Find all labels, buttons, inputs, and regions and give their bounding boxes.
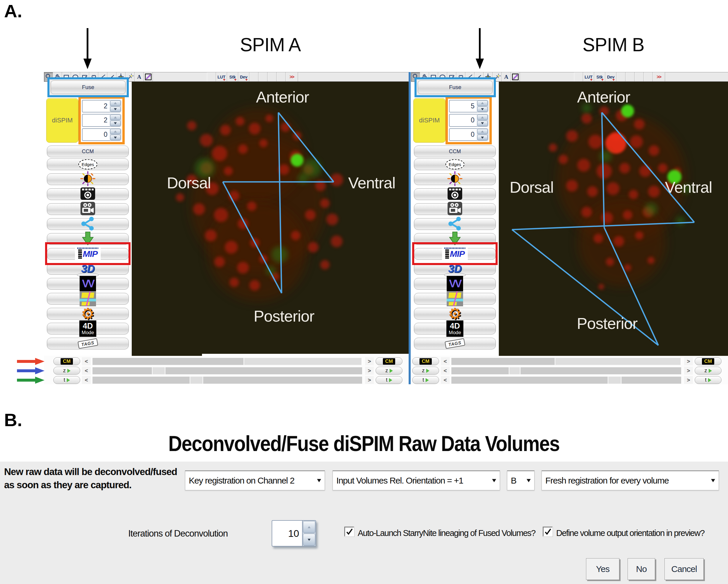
z-button[interactable]: z bbox=[375, 367, 402, 375]
cm-button[interactable]: CM bbox=[412, 357, 439, 365]
ccm-button[interactable]: CCM bbox=[47, 146, 129, 157]
spinner-up-icon[interactable] bbox=[110, 100, 121, 106]
scrollbar-track[interactable] bbox=[93, 367, 362, 374]
spinner-up-icon[interactable] bbox=[477, 100, 488, 106]
t-button[interactable]: t bbox=[412, 376, 439, 384]
sidebar-button-4d-mode[interactable] bbox=[47, 323, 129, 334]
toolbar-overflow-button[interactable]: >> bbox=[286, 72, 298, 81]
cm-button[interactable]: CM bbox=[53, 357, 80, 365]
toolbar-overflow-button[interactable]: >> bbox=[653, 72, 665, 81]
spinner-down-icon[interactable] bbox=[477, 121, 488, 126]
yes-button[interactable]: Yes bbox=[586, 558, 619, 580]
sidebar-button-share[interactable] bbox=[47, 218, 129, 230]
scroll-right-button[interactable]: > bbox=[365, 357, 374, 365]
scrollbar-thumb[interactable] bbox=[152, 367, 165, 374]
scrollbar-track[interactable] bbox=[93, 358, 362, 365]
t-button[interactable]: t bbox=[53, 376, 80, 384]
sidebar-button-gear[interactable] bbox=[414, 308, 496, 320]
spinner-down-icon[interactable] bbox=[477, 135, 488, 140]
dev-menu-button[interactable]: Dev bbox=[605, 72, 617, 81]
registration-channel-dropdown[interactable]: Key registration on Channel 2 bbox=[185, 471, 325, 490]
z-button[interactable]: z bbox=[695, 367, 722, 375]
cm-button[interactable]: CM bbox=[695, 357, 722, 365]
picker-tool[interactable] bbox=[144, 72, 153, 81]
z-button[interactable]: z bbox=[412, 367, 439, 375]
scroll-left-button[interactable]: < bbox=[82, 357, 91, 365]
sidebar-button-download-arrow[interactable] bbox=[47, 233, 129, 245]
scrollbar-track[interactable] bbox=[451, 377, 681, 384]
spinner-down-icon[interactable] bbox=[110, 121, 121, 126]
spinner-up-icon[interactable] bbox=[303, 521, 315, 533]
sidebar-button-tags[interactable] bbox=[414, 338, 496, 349]
cancel-button[interactable]: Cancel bbox=[665, 558, 704, 580]
scroll-left-button[interactable]: < bbox=[441, 376, 450, 384]
iterations-spinner[interactable]: 10 bbox=[271, 520, 316, 547]
sidebar-button-mip[interactable] bbox=[414, 248, 496, 260]
no-button[interactable]: No bbox=[628, 558, 655, 580]
spinner-up-icon[interactable] bbox=[110, 115, 121, 120]
scrollbar-thumb[interactable] bbox=[608, 377, 621, 384]
stk-menu-button[interactable]: Stk bbox=[227, 72, 238, 81]
image-canvas[interactable]: AnteriorDorsalVentralPosterior bbox=[499, 82, 728, 356]
angle-spinner[interactable]: 5 bbox=[449, 100, 488, 112]
spinner-up-icon[interactable] bbox=[110, 129, 121, 134]
scroll-left-button[interactable]: < bbox=[82, 367, 91, 375]
sidebar-button-share[interactable] bbox=[414, 218, 496, 230]
scroll-right-button[interactable]: > bbox=[684, 357, 693, 365]
scrollbar-thumb[interactable] bbox=[190, 377, 203, 384]
spinner-down-icon[interactable] bbox=[110, 135, 121, 140]
scrollbar-track[interactable] bbox=[451, 358, 681, 365]
sidebar-button-4d-mode[interactable] bbox=[414, 323, 496, 334]
sidebar-button-camera[interactable] bbox=[47, 188, 129, 200]
scroll-right-button[interactable]: > bbox=[365, 367, 374, 375]
scroll-right-button[interactable]: > bbox=[684, 367, 693, 375]
sidebar-button-edges[interactable] bbox=[47, 158, 129, 170]
sidebar-button-contrast[interactable] bbox=[47, 173, 129, 185]
sidebar-button-gear[interactable] bbox=[47, 308, 129, 320]
volume-select-dropdown[interactable]: B bbox=[507, 471, 535, 490]
stk-menu-button[interactable]: Stk bbox=[594, 72, 605, 81]
picker-tool[interactable] bbox=[511, 72, 520, 81]
angle-spinner[interactable]: 2 bbox=[82, 100, 121, 112]
angle-spinner[interactable]: 0 bbox=[449, 114, 488, 127]
scroll-right-button[interactable]: > bbox=[684, 376, 693, 384]
sidebar-button-edges[interactable] bbox=[414, 158, 496, 170]
ccm-button[interactable]: CCM bbox=[414, 146, 496, 157]
dispim-button[interactable]: diSPIM bbox=[46, 98, 78, 143]
lut-menu-button[interactable]: LUT bbox=[216, 72, 227, 81]
sidebar-button-download-arrow[interactable] bbox=[414, 233, 496, 245]
starrynite-checkbox[interactable] bbox=[344, 527, 354, 537]
sidebar-button-vv[interactable] bbox=[47, 278, 129, 290]
sidebar-button-video[interactable] bbox=[414, 203, 496, 215]
spinner-up-icon[interactable] bbox=[477, 129, 488, 134]
spinner-down-icon[interactable] bbox=[303, 534, 315, 545]
scrollbar-thumb[interactable] bbox=[243, 358, 362, 365]
sidebar-button-contrast[interactable] bbox=[414, 173, 496, 185]
scrollbar-thumb[interactable] bbox=[509, 367, 520, 374]
scrollbar-thumb[interactable] bbox=[555, 358, 681, 365]
dev-menu-button[interactable]: Dev bbox=[238, 72, 250, 81]
sidebar-button-camera[interactable] bbox=[414, 188, 496, 200]
sidebar-button-mip[interactable] bbox=[47, 248, 129, 260]
spinner-down-icon[interactable] bbox=[477, 107, 488, 112]
scrollbar-track[interactable] bbox=[451, 367, 681, 374]
scrollbar-track[interactable] bbox=[93, 377, 362, 384]
z-button[interactable]: z bbox=[53, 367, 80, 375]
fuse-button[interactable]: Fuse bbox=[51, 80, 126, 94]
relative-orientation-dropdown[interactable]: Input Volumes Rel. Orientation = +1 bbox=[333, 471, 500, 490]
scroll-left-button[interactable]: < bbox=[441, 367, 450, 375]
scroll-right-button[interactable]: > bbox=[365, 376, 374, 384]
angle-spinner[interactable]: 0 bbox=[449, 128, 488, 141]
scroll-left-button[interactable]: < bbox=[441, 357, 450, 365]
sidebar-button-tags[interactable] bbox=[47, 338, 129, 349]
sidebar-button-video[interactable] bbox=[47, 203, 129, 215]
dispim-button[interactable]: diSPIM bbox=[413, 98, 445, 143]
spinner-down-icon[interactable] bbox=[110, 107, 121, 112]
image-canvas[interactable]: AnteriorDorsalVentralPosterior bbox=[132, 82, 409, 356]
sidebar-button-vv[interactable] bbox=[414, 278, 496, 290]
sidebar-button-ortho-grid[interactable] bbox=[47, 293, 129, 305]
scroll-left-button[interactable]: < bbox=[82, 376, 91, 384]
t-button[interactable]: t bbox=[695, 376, 722, 384]
angle-spinner[interactable]: 2 bbox=[82, 114, 121, 127]
sidebar-button-ortho-grid[interactable] bbox=[414, 293, 496, 305]
